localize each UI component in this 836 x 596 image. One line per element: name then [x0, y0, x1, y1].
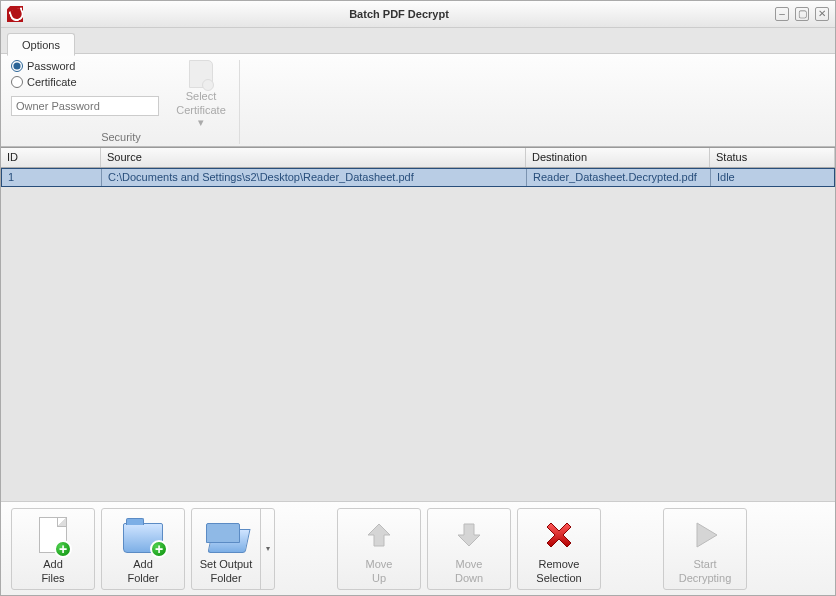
titlebar: Batch PDF Decrypt – ▢ ✕ [1, 1, 835, 28]
maximize-button[interactable]: ▢ [795, 7, 809, 21]
ribbon-group-label: Security [11, 128, 231, 144]
arrow-down-icon [448, 514, 490, 556]
delete-x-icon [538, 514, 580, 556]
column-header-source[interactable]: Source [101, 148, 526, 167]
radio-password-input[interactable] [11, 60, 23, 72]
close-button[interactable]: ✕ [815, 7, 829, 21]
ribbon-group-security: Password Certificate Select Certificate … [9, 60, 240, 144]
move-up-button[interactable]: Move Up [337, 508, 421, 590]
start-decrypting-button[interactable]: Start Decrypting [663, 508, 747, 590]
cell-status: Idle [711, 169, 834, 186]
remove-selection-button[interactable]: Remove Selection [517, 508, 601, 590]
folder-add-icon: + [122, 514, 164, 556]
table-body[interactable]: 1 C:\Documents and Settings\s2\Desktop\R… [1, 168, 835, 501]
move-down-button[interactable]: Move Down [427, 508, 511, 590]
folder-open-icon [205, 514, 247, 556]
owner-password-input[interactable] [11, 96, 159, 116]
select-cert-label-1: Select [186, 90, 217, 102]
column-header-id[interactable]: ID [1, 148, 101, 167]
file-add-icon: + [32, 514, 74, 556]
radio-password-label: Password [27, 60, 75, 72]
chevron-down-icon: ▾ [198, 116, 204, 128]
ribbon-panel: Password Certificate Select Certificate … [1, 54, 835, 147]
bottom-toolbar: + Add Files + Add Folder Set Output Fold… [1, 501, 835, 595]
set-output-folder-button[interactable]: Set Output Folder ▾ [191, 508, 275, 590]
add-files-button[interactable]: + Add Files [11, 508, 95, 590]
file-table: ID Source Destination Status 1 C:\Docume… [1, 147, 835, 501]
ribbon-tabs: Options [1, 28, 835, 54]
cell-source: C:\Documents and Settings\s2\Desktop\Rea… [102, 169, 527, 186]
app-icon [7, 6, 23, 22]
certificate-icon [189, 60, 213, 88]
radio-certificate-label: Certificate [27, 76, 77, 88]
play-icon [684, 514, 726, 556]
radio-password[interactable]: Password [11, 60, 159, 72]
table-header: ID Source Destination Status [1, 148, 835, 168]
minimize-button[interactable]: – [775, 7, 789, 21]
add-folder-button[interactable]: + Add Folder [101, 508, 185, 590]
arrow-up-icon [358, 514, 400, 556]
column-header-destination[interactable]: Destination [526, 148, 710, 167]
set-output-dropdown[interactable]: ▾ [260, 509, 274, 589]
radio-certificate[interactable]: Certificate [11, 76, 159, 88]
radio-certificate-input[interactable] [11, 76, 23, 88]
select-certificate-button[interactable]: Select Certificate ▾ [171, 60, 231, 128]
cell-id: 1 [2, 169, 102, 186]
ribbon: Options Password Certificate [1, 28, 835, 147]
table-row[interactable]: 1 C:\Documents and Settings\s2\Desktop\R… [1, 168, 835, 187]
select-cert-label-2: Certificate ▾ [176, 104, 226, 128]
tab-options[interactable]: Options [7, 33, 75, 56]
column-header-status[interactable]: Status [710, 148, 835, 167]
cell-destination: Reader_Datasheet.Decrypted.pdf [527, 169, 711, 186]
window-title: Batch PDF Decrypt [23, 8, 775, 20]
